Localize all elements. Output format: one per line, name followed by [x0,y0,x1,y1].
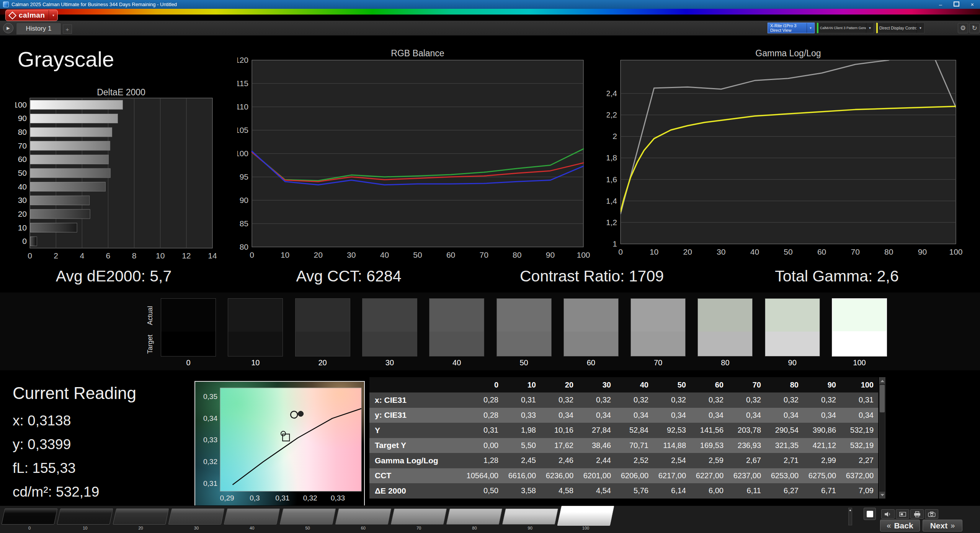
table-scrollbar[interactable] [879,377,885,499]
svg-text:90: 90 [918,247,927,256]
maximize-button[interactable] [954,2,959,7]
table-cell: 17,62 [541,441,578,450]
table-cell: 10564,00 [466,471,503,480]
settings-button[interactable]: ⚙ [958,23,968,33]
svg-text:50: 50 [784,247,792,256]
workflow-play-button[interactable]: ▶ [3,23,13,33]
avg-cct-stat: Avg CCT: 6284 [296,267,401,285]
svg-text:0,3: 0,3 [250,494,260,502]
svg-text:40: 40 [380,250,389,259]
table-cell: 6217,00 [653,471,691,480]
pattern-level-label: 0 [3,526,56,530]
pattern-button-90[interactable] [502,508,558,525]
table-cell: 321,35 [766,441,803,450]
camera-icon [928,511,936,517]
pattern-window-button[interactable] [864,508,876,520]
table-cell: 6237,00 [728,471,766,480]
swatch-target-color [497,332,551,356]
table-cell: 6275,00 [803,471,841,480]
pattern-list-button[interactable] [896,509,909,519]
svg-text:40: 40 [750,247,759,256]
svg-text:30: 30 [717,247,725,256]
grayscale-data-table: 0102030405060708090100x: CIE310,280,310,… [369,377,878,499]
chevron-down-icon: ▼ [807,23,814,33]
swatch-actual-color [765,299,820,332]
svg-text:14: 14 [208,251,217,260]
svg-text:90: 90 [546,250,555,259]
pattern-button-70[interactable] [391,508,447,525]
svg-text:2: 2 [54,251,58,260]
next-button-label: Next [930,521,948,530]
table-cell: 0,33 [503,411,541,420]
deltae-bar-chart: 024681012141009080706050403020100 [15,86,230,266]
contrast-ratio-stat: Contrast Ratio: 1709 [520,267,664,285]
meter-selector[interactable]: X-Rite i1Pro 3 Direct View ▼ [768,23,815,33]
swatch-actual-color [564,299,618,332]
pattern-button-100[interactable] [557,506,614,526]
total-gamma-stat: Total Gamma: 2,6 [775,267,899,285]
scrollbar-thumb[interactable] [880,385,885,412]
svg-text:0: 0 [28,251,32,260]
scrollbar-down-button[interactable] [879,492,885,498]
meter-name: X-Rite i1Pro 3 [770,23,807,28]
add-tab-button[interactable]: + [63,25,72,34]
svg-text:20: 20 [683,247,692,256]
table-cell: 10 [503,381,541,389]
pattern-button-60[interactable] [335,508,391,525]
table-cell: 7,09 [841,486,878,495]
pattern-button-20[interactable] [113,508,169,525]
pattern-button-80[interactable] [446,508,503,525]
table-cell: 2,52 [616,456,653,465]
swatch-target-color [161,332,216,356]
svg-text:0,33: 0,33 [331,494,345,502]
pattern-button-40[interactable] [224,508,280,525]
speaker-icon [884,511,892,517]
printer-icon [913,511,921,517]
pattern-button-30[interactable] [168,508,224,525]
next-arrow-icon: » [951,521,955,530]
svg-text:20: 20 [314,250,323,259]
pattern-button-0[interactable] [2,508,58,525]
back-button-label: Back [894,521,913,530]
tab-history-1[interactable]: History 1 [16,23,61,34]
svg-text:110: 110 [237,102,248,111]
table-cell: 1,28 [466,456,503,465]
table-row: Y0,311,9810,1627,8452,8492,53141,56203,7… [369,423,878,438]
calman-logo-menu[interactable]: calman ▼ [5,10,58,21]
minimize-button[interactable]: – [939,2,942,7]
display-control-selector[interactable]: Direct Display Control ▼ [876,23,924,33]
grayscale-swatch-90 [765,298,820,356]
pattern-level-label: 100 [559,526,612,530]
strip-divider-handle[interactable] [848,508,852,525]
speaker-button[interactable] [881,509,895,519]
table-cell: 0 [466,381,503,389]
swatch-level-label: 80 [697,358,753,367]
actual-row-label: Actual [146,299,155,332]
pattern-window-icon [867,511,873,517]
swatch-actual-color [833,299,886,331]
swatch-actual-color [631,299,685,332]
refresh-button[interactable]: ↻ [969,23,980,33]
table-cell: 2,59 [691,456,728,465]
table-cell: 0,28 [466,396,503,404]
svg-text:0: 0 [22,237,27,245]
table-cell: 60 [691,381,728,389]
table-cell: 0,32 [691,396,728,404]
table-cell: 0,34 [841,411,878,420]
print-report-button[interactable] [910,509,924,519]
table-cell: 6253,00 [766,471,803,480]
swatch-actual-color [363,299,417,332]
avg-de2000-stat: Avg dE2000: 5,7 [56,267,172,285]
close-button[interactable]: × [971,2,974,7]
pattern-source-selector[interactable]: CalMAN Client 3 Pattern Generator ▼ [817,23,874,33]
scrollbar-up-button[interactable] [879,378,885,384]
back-button[interactable]: « Back [880,520,920,531]
table-cell: 2,54 [653,456,691,465]
pattern-button-10[interactable] [57,508,113,525]
table-cell: 0,34 [616,411,653,420]
pattern-button-50[interactable] [279,508,336,525]
pattern-level-label: 20 [114,526,167,530]
table-cell: 20 [541,381,578,389]
screenshot-button[interactable] [925,509,938,519]
next-button[interactable]: Next » [923,520,962,531]
